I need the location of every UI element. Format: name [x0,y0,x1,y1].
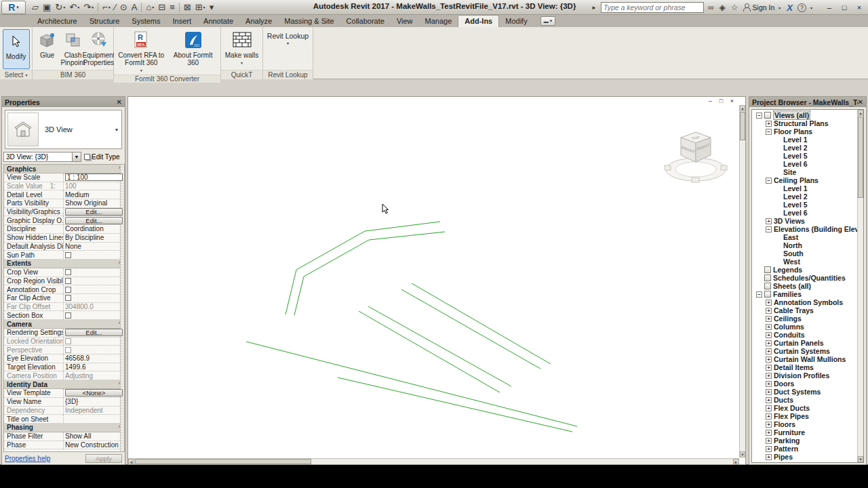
expand-plus-icon[interactable]: + [766,308,772,314]
property-value[interactable]: 1499.6 [64,363,124,371]
expand-plus-icon[interactable]: + [766,357,772,363]
panel-select-label[interactable]: Select▾ [0,70,32,79]
expand-plus-icon[interactable]: + [766,340,772,346]
property-value[interactable]: Medium [64,190,124,199]
tree-item[interactable]: West [752,258,856,266]
tree-item[interactable]: Level 5 [752,201,856,209]
sync-with-central-button[interactable]: ↻▾ [53,1,67,14]
drawing-area[interactable]: TOP FRONT RIGHT – □ × ▲ ▼ ◄ ► [127,96,746,465]
scroll-down-icon[interactable]: ▼ [740,451,745,458]
instance-selector[interactable]: 3D View: {3D} ▼ [3,152,81,162]
make-walls-button[interactable]: Make walls ▾ [222,28,261,70]
expand-plus-icon[interactable]: + [766,332,772,338]
help-icon[interactable]: ? [797,3,806,12]
chevron-down-icon[interactable]: ▼ [72,152,81,161]
checkbox[interactable] [65,347,71,353]
sign-in-dropdown-icon[interactable]: ▾ [777,5,782,10]
maximize-button[interactable]: □ [837,1,852,14]
canvas-horizontal-scrollbar[interactable]: ◄ ► [128,458,739,464]
section-button[interactable]: ⊟ [156,1,167,14]
modify-button[interactable]: Modify [3,29,30,69]
expand-plus-icon[interactable]: + [766,121,772,127]
tree-item[interactable]: +Division Profiles [752,371,856,380]
checkbox[interactable] [65,287,71,293]
collapse-minus-icon[interactable]: − [766,129,772,135]
scroll-up-icon[interactable]: ▲ [858,110,863,116]
tab-add-ins[interactable]: Add-Ins [458,15,499,27]
property-value[interactable]: <None> [64,389,124,397]
text-button[interactable]: A [130,1,140,14]
collapse-minus-icon[interactable]: − [756,113,762,119]
communication-center-icon[interactable]: ◈ [718,3,727,12]
close-hidden-windows-button[interactable]: ⊠ [182,1,193,14]
tree-item[interactable]: South [752,249,856,258]
tree-item[interactable]: −Ceiling Plans [752,176,856,184]
expand-plus-icon[interactable]: + [766,430,772,436]
tree-item[interactable]: Schedules/Quantities [752,274,856,282]
property-value[interactable]: Show All [64,432,124,441]
property-value[interactable]: New Construction [64,441,124,449]
close-icon[interactable]: ✕ [858,98,863,106]
tab-massing-site[interactable]: Massing & Site [278,15,340,27]
collapse-minus-icon[interactable]: − [756,291,762,298]
properties-help-link[interactable]: Properties help [5,455,50,462]
tab-collaborate[interactable]: Collaborate [340,15,391,27]
revit-lookup-dropdown[interactable]: Revit Lookup ▾ [264,28,311,70]
expand-plus-icon[interactable]: + [766,348,772,354]
tree-item[interactable]: −Elevations (Building Elevation) [752,225,856,233]
viewcube[interactable]: TOP FRONT RIGHT [664,128,729,185]
wall-line[interactable] [359,311,500,392]
checkbox[interactable] [65,312,71,319]
expand-plus-icon[interactable]: + [766,300,772,306]
chevron-down-icon[interactable]: ▾ [115,127,121,133]
wall-line[interactable] [338,378,572,432]
default-3d-view-button[interactable]: ⌂▾ [144,1,156,14]
search-icon[interactable]: ∞ [707,3,715,12]
thin-lines-button[interactable]: ≡ [167,1,177,14]
property-value[interactable] [64,285,124,293]
tree-item[interactable]: +Pipes [752,453,856,461]
expand-plus-icon[interactable]: + [766,462,772,464]
tree-item[interactable]: Level 1 [752,136,856,144]
switch-windows-button[interactable]: ⊞▾ [193,1,208,14]
apply-button[interactable]: Apply [85,454,122,463]
tree-item[interactable]: +Curtain Wall Mullions [752,355,856,363]
property-value[interactable]: Coordination [64,225,124,233]
tree-item[interactable]: +Flex Ducts [752,404,856,412]
tree-item[interactable]: East [752,233,856,241]
property-value[interactable] [64,415,124,423]
property-edit-button[interactable]: <None> [65,389,123,396]
tab-view[interactable]: View [391,15,419,27]
tree-item[interactable]: Legends [752,266,856,274]
tree-item[interactable]: +Ducts [752,396,856,404]
glue-button[interactable]: Glue [35,28,60,70]
tab-analyze[interactable]: Analyze [239,15,278,27]
property-edit-button[interactable]: Edit... [65,208,123,216]
checkbox[interactable] [65,295,71,301]
expand-plus-icon[interactable]: + [766,316,772,322]
tree-item[interactable]: +Ceilings [752,314,856,323]
tab-manage[interactable]: Manage [419,15,458,27]
project-browser-title-bar[interactable]: Project Browser - MakeWalls_TestRevi... … [749,97,866,107]
property-value[interactable]: {3D} [64,398,124,406]
wall-line[interactable] [246,342,577,426]
close-button[interactable]: × [852,1,867,14]
section-header-identity-data[interactable]: Identity Data^ [4,380,124,389]
expand-plus-icon[interactable]: + [766,324,772,330]
tag-by-category-button[interactable]: ⊙ [118,1,130,14]
customize-quick-access-button[interactable]: ▾ [208,1,216,14]
section-header-phasing[interactable]: Phasing^ [4,424,124,432]
scroll-up-icon[interactable]: ▲ [740,105,745,111]
tree-item[interactable]: +Structural Plans [752,119,856,127]
section-header-extents[interactable]: Extents^ [4,260,124,268]
convert-rfa-button[interactable]: RRFA Convert RFA to FormIt 360 ▾ [115,28,167,75]
checkbox[interactable] [65,338,71,344]
property-value[interactable]: None [64,243,124,251]
tab-systems[interactable]: Systems [125,15,166,27]
expand-plus-icon[interactable]: + [766,373,772,379]
checkbox[interactable] [65,252,71,258]
tree-item[interactable]: +Conduits [752,331,856,339]
expand-plus-icon[interactable]: + [766,438,772,444]
tree-item[interactable]: Level 6 [752,160,856,168]
expand-plus-icon[interactable]: + [766,405,772,411]
